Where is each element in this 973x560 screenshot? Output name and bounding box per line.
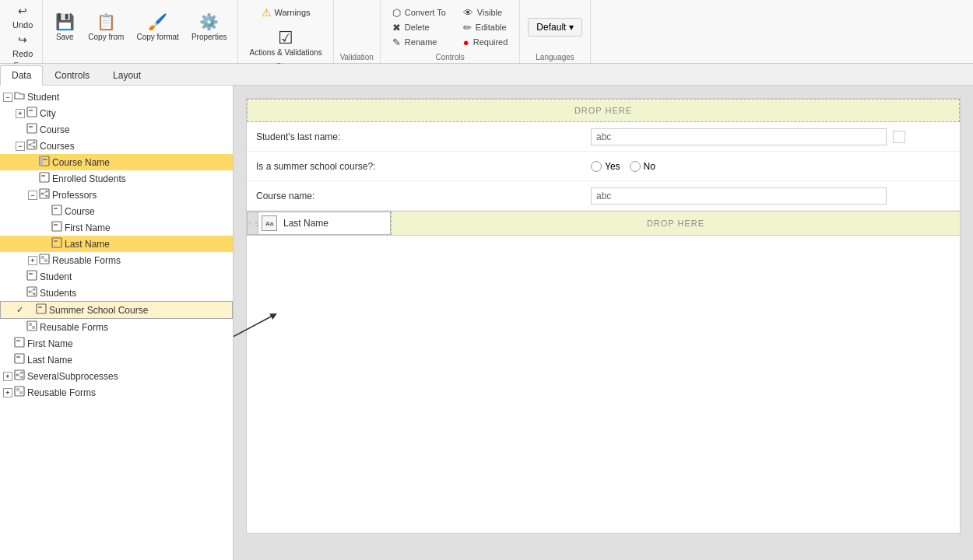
expand-btn[interactable]: − bbox=[16, 142, 25, 151]
svg-rect-23 bbox=[52, 222, 61, 231]
rename-button[interactable]: ✎ Rename bbox=[390, 36, 448, 49]
tree-item-several-subprocesses[interactable]: +SeveralSubprocesses bbox=[0, 368, 233, 384]
tree-item-last-name[interactable]: Last Name bbox=[0, 236, 233, 252]
last-name-input[interactable] bbox=[591, 128, 887, 145]
tree-item-student-sub[interactable]: Student bbox=[0, 268, 233, 285]
expand-btn[interactable]: + bbox=[3, 388, 12, 397]
expand-btn[interactable]: + bbox=[3, 372, 12, 381]
save-button[interactable]: 💾 Save bbox=[49, 9, 80, 45]
form-row-last-name: Student's last name: bbox=[247, 122, 960, 152]
radio-yes[interactable]: Yes bbox=[591, 161, 620, 172]
expand-btn[interactable]: − bbox=[3, 93, 12, 102]
warnings-button[interactable]: ⚠ Warnings bbox=[257, 3, 315, 22]
copy-format-button[interactable]: 🖌️ Copy format bbox=[132, 9, 183, 45]
copy-format-icon: 🖌️ bbox=[148, 12, 167, 31]
form-row-course-name: Course name: bbox=[247, 181, 960, 211]
tree-label: Students bbox=[40, 288, 76, 299]
svg-rect-1 bbox=[29, 110, 33, 111]
svg-rect-46 bbox=[16, 356, 20, 358]
tree-label: SeveralSubprocesses bbox=[27, 371, 118, 382]
svg-rect-38 bbox=[37, 304, 46, 313]
tree-item-reusable-forms-2[interactable]: Reusable Forms bbox=[0, 319, 233, 335]
tree-item-students[interactable]: Students bbox=[0, 285, 233, 301]
delete-button[interactable]: ✖ Delete bbox=[390, 21, 448, 34]
default-language-button[interactable]: Default ▾ bbox=[528, 18, 581, 37]
svg-line-51 bbox=[17, 373, 22, 375]
expand-btn[interactable]: + bbox=[16, 109, 25, 118]
tree-item-course[interactable]: Course bbox=[0, 121, 233, 138]
svg-rect-31 bbox=[29, 273, 33, 275]
validation-group-label: Validation bbox=[340, 51, 374, 63]
actions-validations-button[interactable]: ☑ Actions & Validations bbox=[244, 25, 326, 61]
redo-button[interactable]: ↪ Redo bbox=[9, 32, 36, 60]
tree-item-reusable-forms-root[interactable]: +Reusable Forms bbox=[0, 384, 233, 401]
tree-item-reusable-forms-1[interactable]: +Reusable Forms bbox=[0, 252, 233, 268]
svg-rect-28 bbox=[41, 256, 44, 259]
required-button[interactable]: ● Required bbox=[461, 36, 511, 49]
svg-line-56 bbox=[234, 315, 274, 375]
tree-item-professors[interactable]: −Professors bbox=[0, 187, 233, 203]
svg-rect-2 bbox=[27, 124, 37, 133]
tree-label: Professors bbox=[52, 190, 97, 201]
copy-from-button[interactable]: 📋 Copy from bbox=[83, 9, 128, 45]
tree-icon-field bbox=[51, 205, 62, 218]
summer-school-label: Is a summer school course?: bbox=[256, 161, 591, 172]
svg-rect-29 bbox=[44, 259, 47, 262]
radio-group: Yes No bbox=[591, 161, 655, 172]
controls-group-label: Controls bbox=[390, 51, 511, 63]
last-name-checkbox[interactable] bbox=[893, 131, 905, 143]
svg-rect-14 bbox=[41, 175, 45, 177]
tabs-bar: Data Controls Layout bbox=[0, 64, 973, 86]
expand-btn[interactable]: − bbox=[28, 191, 37, 200]
convert-icon: ⬡ bbox=[392, 7, 401, 19]
tree-label: Summer School Course bbox=[49, 305, 148, 316]
tree-item-city[interactable]: +City bbox=[0, 105, 233, 121]
tree-item-enrolled-students[interactable]: Enrolled Students bbox=[0, 170, 233, 187]
drag-field-item[interactable]: ⋮⋮ Aa Last Name bbox=[247, 212, 391, 235]
toolbar: ↩ Undo ↪ Redo Form 💾 Save 📋 Copy from bbox=[0, 0, 973, 64]
tree-icon-relation bbox=[26, 286, 37, 299]
tree-label: Last Name bbox=[27, 355, 72, 366]
tree-label: Student bbox=[40, 271, 72, 282]
visible-button[interactable]: 👁 Visible bbox=[461, 6, 511, 19]
properties-button[interactable]: ⚙️ Properties bbox=[187, 9, 232, 45]
svg-rect-13 bbox=[40, 173, 49, 182]
svg-rect-21 bbox=[52, 205, 61, 215]
tree-icon-relation bbox=[39, 188, 50, 201]
tree-item-last-name-root[interactable]: Last Name bbox=[0, 352, 233, 368]
expand-btn[interactable]: + bbox=[28, 256, 37, 265]
drop-zone-right[interactable]: DROP HERE bbox=[391, 212, 960, 235]
tree-label: Enrolled Students bbox=[52, 173, 126, 184]
svg-rect-12 bbox=[43, 159, 47, 160]
tree-item-summer-school-course[interactable]: ✓ Summer School Course bbox=[0, 301, 233, 319]
tree-item-student[interactable]: −Student bbox=[0, 89, 233, 105]
tree-icon-field bbox=[39, 172, 50, 185]
drop-zone-top[interactable]: DROP HERE bbox=[247, 99, 960, 122]
tree-item-first-name-root[interactable]: First Name bbox=[0, 335, 233, 352]
check-icon: ✓ bbox=[16, 305, 23, 315]
tree-item-first-name[interactable]: First Name bbox=[0, 219, 233, 236]
tree-label: Course bbox=[65, 206, 95, 217]
form-canvas: DROP HERE Student's last name: Is a summ… bbox=[246, 98, 961, 534]
tree-icon-field bbox=[26, 123, 37, 136]
tab-data[interactable]: Data bbox=[0, 65, 43, 86]
save-icon: 💾 bbox=[55, 12, 75, 31]
editable-button[interactable]: ✏ Editable bbox=[461, 21, 511, 34]
tree-label: Courses bbox=[40, 141, 75, 152]
required-icon: ● bbox=[463, 37, 469, 48]
tree-item-courses[interactable]: −Courses bbox=[0, 138, 233, 154]
tree-item-course-name[interactable]: Course Name bbox=[0, 154, 233, 170]
svg-rect-45 bbox=[15, 354, 24, 363]
convert-to-button[interactable]: ⬡ Convert To bbox=[390, 6, 448, 19]
drag-handle[interactable]: ⋮⋮ bbox=[248, 212, 258, 234]
tree-icon-field bbox=[14, 337, 25, 350]
undo-button[interactable]: ↩ Undo bbox=[9, 3, 36, 31]
svg-rect-30 bbox=[27, 271, 37, 280]
radio-no[interactable]: No bbox=[630, 161, 655, 172]
tab-layout[interactable]: Layout bbox=[101, 65, 153, 85]
tree-icon-field bbox=[36, 303, 47, 317]
tab-controls[interactable]: Controls bbox=[43, 65, 101, 85]
course-name-input[interactable] bbox=[591, 187, 887, 205]
tree-icon-field bbox=[26, 270, 37, 283]
tree-item-course-sub[interactable]: Course bbox=[0, 203, 233, 219]
